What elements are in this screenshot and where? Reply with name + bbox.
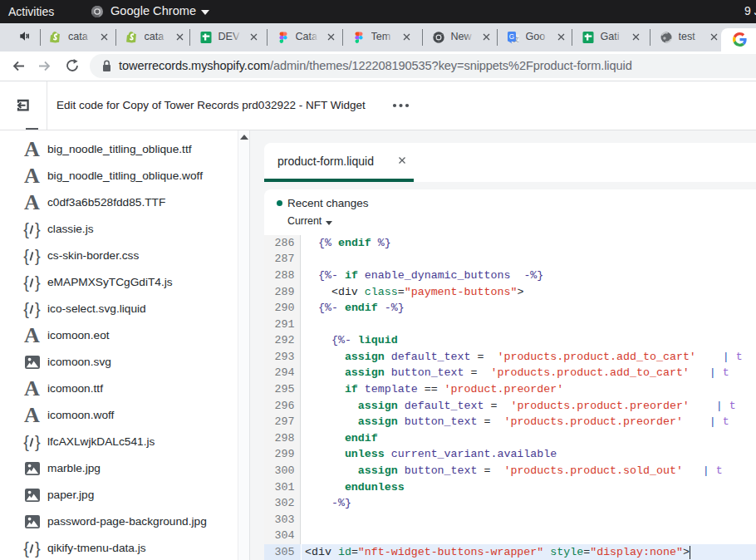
svg-text:G: G [508,33,513,41]
